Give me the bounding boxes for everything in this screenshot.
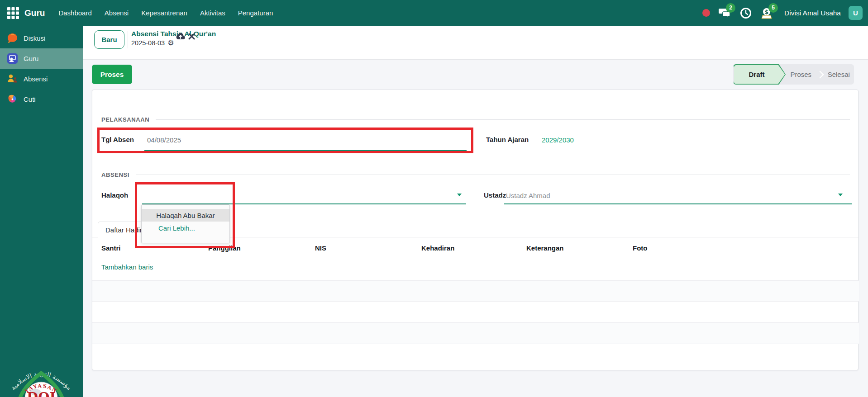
clock-button[interactable] xyxy=(739,6,753,20)
section-absensi: ABSENSI xyxy=(101,171,850,178)
menu-pengaturan[interactable]: Pengaturan xyxy=(237,6,274,19)
main-menu: Dashboard Absensi Kepesantrenan Aktivita… xyxy=(57,6,274,19)
gear-icon[interactable]: ⚙ xyxy=(167,39,174,47)
stage-chevron-icon xyxy=(816,71,824,78)
svg-text:$: $ xyxy=(765,9,768,15)
col-header-foto[interactable]: Foto xyxy=(633,244,647,252)
dropdown-option-halaqah-abu-bakar[interactable]: Halaqah Abu Bakar xyxy=(142,209,229,222)
messages-badge: 2 xyxy=(726,3,735,13)
proses-button[interactable]: Proses xyxy=(92,65,132,84)
sidebar-item-cuti[interactable]: Cuti xyxy=(0,89,83,109)
ustadz-caret-icon[interactable] xyxy=(838,194,843,196)
tahun-ajaran-label: Tahun Ajaran xyxy=(486,136,529,143)
col-header-nis[interactable]: NIS xyxy=(315,244,326,252)
menu-kepesantrenan[interactable]: Kepesantrenan xyxy=(140,6,188,19)
apps-grid-icon[interactable] xyxy=(7,7,19,19)
stage-draft-label: Draft xyxy=(734,65,785,84)
ustadz-label: Ustadz xyxy=(484,191,506,199)
col-header-santri[interactable]: Santri xyxy=(101,244,121,252)
breadcrumb-title[interactable]: Absensi Tahsin Al-Qur'an xyxy=(131,30,216,38)
timeoff-icon xyxy=(7,94,18,104)
tgl-absen-label: Tgl Absen xyxy=(101,136,134,143)
section-rule xyxy=(156,119,850,120)
messages-button[interactable]: 2 xyxy=(718,6,731,20)
app-root: Guru Dashboard Absensi Kepesantrenan Akt… xyxy=(0,0,868,397)
user-avatar[interactable]: U xyxy=(849,6,863,20)
top-navbar: Guru Dashboard Absensi Kepesantrenan Akt… xyxy=(0,0,868,26)
guru-icon xyxy=(7,53,18,64)
section-pelaksanaan: PELAKSANAAN xyxy=(101,116,850,123)
ustadz-input[interactable]: Ustadz Ahmad xyxy=(506,192,550,199)
section-title: ABSENSI xyxy=(101,171,129,178)
stage-proses[interactable]: Proses xyxy=(786,71,816,78)
col-header-keterangan[interactable]: Keterangan xyxy=(526,244,564,252)
cloud-save-icon[interactable] xyxy=(176,32,186,41)
add-row-link[interactable]: Tambahkan baris xyxy=(101,263,153,271)
breadcrumb-divider xyxy=(128,31,128,48)
breadcrumb-subtitle: 2025-08-03 xyxy=(131,39,165,47)
tgl-absen-underline xyxy=(144,150,467,151)
dropdown-option-cari-lebih[interactable]: Cari Lebih... xyxy=(142,222,229,234)
menu-absensi[interactable]: Absensi xyxy=(104,6,129,19)
foundation-logo: مؤسسة التربية الاسلامية YAYASAN DQI TANA… xyxy=(4,350,79,397)
breadcrumb-subtitle-row: 2025-08-03 ⚙ xyxy=(131,39,174,47)
tahun-ajaran-value[interactable]: 2029/2030 xyxy=(542,136,574,144)
empty-table-row xyxy=(92,323,859,344)
sidebar: Diskusi Guru Absensi xyxy=(0,26,83,397)
clock-icon xyxy=(740,7,752,19)
sidebar-item-guru[interactable]: Guru xyxy=(0,48,83,69)
discuss-icon xyxy=(7,33,18,43)
section-rule xyxy=(136,175,850,175)
halaqoh-caret-icon[interactable] xyxy=(457,194,462,196)
col-header-kehadiran[interactable]: Kehadiran xyxy=(421,244,454,252)
sidebar-item-label: Diskusi xyxy=(24,34,45,42)
sidebar-item-diskusi[interactable]: Diskusi xyxy=(0,28,83,48)
navbar-right: 2 $ 5 Divisi Amal Usaha U xyxy=(702,0,863,26)
activities-button[interactable]: $ 5 xyxy=(760,6,774,20)
stage-draft[interactable]: Draft xyxy=(733,64,786,85)
col-header-panggilan[interactable]: Panggilan xyxy=(208,244,241,252)
sidebar-item-label: Absensi xyxy=(24,75,48,83)
sidebar-item-label: Cuti xyxy=(24,95,36,103)
empty-table-row xyxy=(92,281,859,302)
sidebar-item-label: Guru xyxy=(24,55,38,62)
tgl-absen-input[interactable]: 04/08/2025 xyxy=(147,136,181,144)
breadcrumb-bar: Baru Absensi Tahsin Al-Qur'an 2025-08-03… xyxy=(83,26,868,60)
logo-main-text: DQI xyxy=(27,390,56,397)
stage-selesai[interactable]: Selesai xyxy=(824,71,854,78)
discard-icon[interactable] xyxy=(188,33,195,40)
empty-table-row xyxy=(92,344,859,370)
sidebar-item-absensi[interactable]: Absensi xyxy=(0,69,83,89)
halaqoh-label: Halaqoh xyxy=(101,191,128,199)
app-brand[interactable]: Guru xyxy=(24,8,45,18)
record-state-button[interactable]: Baru xyxy=(94,30,124,49)
status-dot-icon xyxy=(702,9,710,17)
stage-bar: Draft Proses Selesai xyxy=(733,64,854,85)
section-title: PELAKSANAAN xyxy=(101,116,149,123)
attendance-icon xyxy=(7,74,18,84)
ustadz-underline xyxy=(504,203,852,204)
table-header-line xyxy=(92,258,859,258)
company-switcher[interactable]: Divisi Amal Usaha xyxy=(784,9,841,17)
activities-badge: 5 xyxy=(768,3,778,13)
halaqoh-dropdown: Halaqah Abu Bakar Cari Lebih... xyxy=(141,204,230,243)
empty-table-row xyxy=(92,302,859,323)
menu-aktivitas[interactable]: Aktivitas xyxy=(199,6,226,19)
menu-dashboard[interactable]: Dashboard xyxy=(57,6,92,19)
